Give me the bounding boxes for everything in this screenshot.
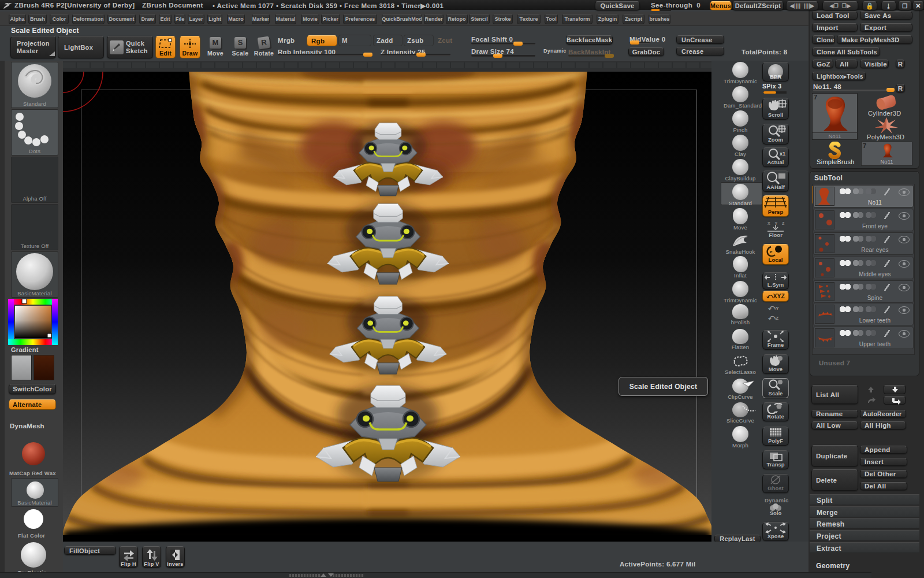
- svg-text:e: e: [770, 249, 773, 254]
- svg-text:X Y Z: X Y Z: [767, 221, 786, 225]
- svg-text:x1: x1: [780, 151, 785, 157]
